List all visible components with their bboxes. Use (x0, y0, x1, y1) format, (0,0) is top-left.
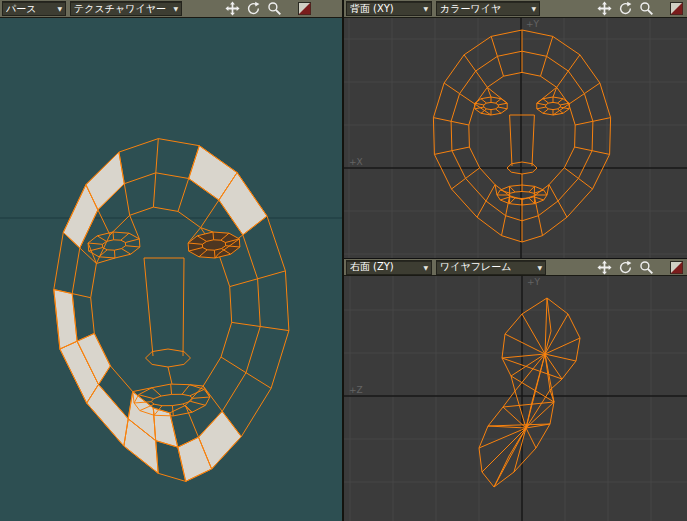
side-canvas[interactable]: +Z+Y (344, 276, 687, 521)
rotate-icon-glyph (618, 260, 633, 275)
pan-icon[interactable] (596, 1, 613, 17)
side-view-select[interactable]: 右面(ZY) ▼ (346, 260, 432, 275)
pan-icon-glyph (597, 260, 612, 275)
rotate-icon[interactable] (245, 1, 262, 17)
maximize-icon[interactable] (668, 259, 685, 275)
back-mode-label: カラーワイヤ (440, 2, 501, 16)
pan-icon[interactable] (596, 259, 613, 275)
app-window: パース ▼ テクスチャワイヤー ▼ (0, 0, 687, 521)
rotate-icon[interactable] (617, 259, 634, 275)
side-toolbar: 右面(ZY) ▼ ワイヤフレーム ▼ (344, 258, 687, 276)
perspective-mode-select[interactable]: テクスチャワイヤー ▼ (70, 1, 182, 16)
svg-text:+Y: +Y (527, 277, 541, 287)
side-view-axis-tag: (ZY) (373, 261, 394, 272)
perspective-mode-label: テクスチャワイヤー (74, 2, 166, 16)
perspective-toolbar: パース ▼ テクスチャワイヤー ▼ (0, 0, 342, 18)
perspective-canvas[interactable] (0, 18, 342, 521)
maximize-icon[interactable] (296, 1, 313, 17)
zoom-icon[interactable] (638, 259, 655, 275)
chevron-down-icon: ▼ (173, 5, 178, 12)
svg-text:+X: +X (349, 157, 363, 167)
viewport-perspective: パース ▼ テクスチャワイヤー ▼ (0, 0, 344, 521)
back-view-axis-tag: (XY) (373, 3, 394, 14)
back-view-name: 背面 (350, 3, 370, 14)
zoom-icon-glyph (639, 260, 654, 275)
back-mode-select[interactable]: カラーワイヤ ▼ (436, 1, 540, 16)
pan-icon-glyph (225, 1, 240, 16)
chevron-down-icon: ▼ (423, 5, 428, 12)
side-mode-select[interactable]: ワイヤフレーム ▼ (436, 260, 546, 275)
rotate-icon-glyph (246, 1, 261, 16)
back-view-select[interactable]: 背面(XY) ▼ (346, 1, 432, 16)
chevron-down-icon: ▼ (57, 5, 62, 12)
perspective-view-label: パース (6, 2, 36, 16)
viewport-side: 右面(ZY) ▼ ワイヤフレーム ▼ (344, 258, 687, 521)
viewport-back: 背面(XY) ▼ カラーワイヤ ▼ (344, 0, 687, 258)
zoom-icon-glyph (639, 1, 654, 16)
chevron-down-icon: ▼ (537, 264, 542, 271)
zoom-icon-glyph (267, 1, 282, 16)
side-mode-label: ワイヤフレーム (440, 260, 511, 274)
zoom-icon[interactable] (266, 1, 283, 17)
svg-text:+Z: +Z (349, 385, 363, 395)
pan-icon-glyph (597, 1, 612, 16)
zoom-icon[interactable] (638, 1, 655, 17)
chevron-down-icon: ▼ (531, 5, 536, 12)
back-canvas[interactable]: +X+Y (344, 18, 687, 258)
maximize-icon-glyph (670, 2, 683, 15)
side-face-mesh: +Z+Y (344, 276, 687, 521)
back-face-mesh: +X+Y (344, 18, 687, 258)
svg-text:+Y: +Y (526, 19, 540, 29)
rotate-icon-glyph (618, 1, 633, 16)
back-view-label: 背面(XY) (350, 2, 394, 16)
maximize-icon-glyph (670, 261, 683, 274)
right-column: 背面(XY) ▼ カラーワイヤ ▼ (344, 0, 687, 521)
side-view-label: 右面(ZY) (350, 260, 394, 274)
maximize-icon[interactable] (668, 1, 685, 17)
rotate-icon[interactable] (617, 1, 634, 17)
pan-icon[interactable] (224, 1, 241, 17)
perspective-face-mesh (0, 18, 342, 521)
side-view-name: 右面 (350, 261, 370, 272)
maximize-icon-glyph (298, 2, 311, 15)
chevron-down-icon: ▼ (423, 264, 428, 271)
perspective-view-select[interactable]: パース ▼ (2, 1, 66, 16)
back-toolbar: 背面(XY) ▼ カラーワイヤ ▼ (344, 0, 687, 18)
